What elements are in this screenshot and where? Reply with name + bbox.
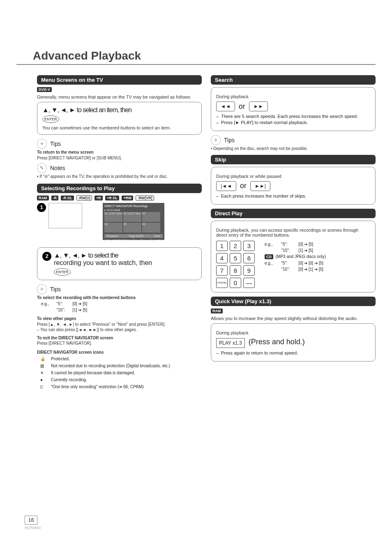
tag: +RW [122,196,133,200]
step2-box: 2 ▲, ▼, ◄, ► to select the recording you… [37,247,202,280]
tips-exit-b: Press [DIRECT NAVIGATOR]. [37,341,202,346]
direct-header: Direct Play [211,209,376,218]
tips-pages-b1: Press [▲, ▼, ◄, ►] to select "Previous" … [37,322,202,327]
rec-cell: 02 12/27 Mon [123,212,141,222]
key-5[interactable]: 5 [230,253,241,263]
key-7[interactable]: 7 [216,265,228,276]
tag: RAM [37,196,49,200]
disc-tags: RAM -R -R DL -RW(V) +R +R DL +RW -RW(VR) [37,195,202,200]
arrow-icons: ▲, ▼, ◄, ► to select an item, then [42,106,131,114]
navigator-screen: DIRECT NAVIGATOR Recordings ▸ DVD-RAM 01… [103,203,164,240]
tag: -R [51,196,59,200]
notes-icon: ✎ [37,163,47,173]
key-3[interactable]: 3 [243,241,255,251]
search-line2: Press [► PLAY] to restart normal playbac… [216,120,370,125]
tag: -RW(VR) [136,196,154,200]
skip-during: During playback or while paused [216,174,370,179]
icons-header: DIRECT NAVIGATOR screen icons [37,350,202,355]
norec-icon: ▨ [38,363,48,369]
search-during: During playback [216,94,370,99]
step1-box: ▲, ▼, ◄, ► to select an item, then ENTER… [37,102,202,135]
key-blank: — [243,278,255,288]
page-number: 16 [25,516,37,525]
direct-intro: During playback, you can access specific… [216,228,370,237]
tips-label: Tips [50,140,61,147]
ram-chip: RAM [211,309,223,313]
tips-icon: ✧ [211,135,221,145]
notes-label: Notes [50,165,65,171]
icons-table: 🔒Protected. ▨Not recorded due to recordi… [37,355,173,391]
step2-l1: ▲, ▼, ◄, ► to select the [54,252,118,259]
step1-sub: You can sometimes use the numbered butto… [42,125,196,130]
tag: -R DL [61,196,74,200]
skip-line1: Each press increases the number of skips… [216,193,370,198]
onetime-icon: ⍌ [38,384,48,390]
key-4[interactable]: 4 [216,253,228,263]
rec-cell: 06 [142,223,160,233]
damaged-icon: ✕ [38,370,48,376]
skip-back-icon[interactable]: |◄◄ [216,181,236,191]
page-code: RQT8850 [25,526,41,530]
lock-icon: 🔒 [38,356,48,362]
rec-cell: 04 [104,223,122,233]
or-label: or [240,182,247,190]
enter-icon: ENTER [54,268,71,276]
play-x13-button[interactable]: PLAY x1.3 [216,338,245,348]
search-box: During playback ◄◄ or ►► There are 5 sea… [211,87,376,131]
menu-intro: Generally, menu screens that appear on t… [37,94,202,99]
step-2-badge: 2 [42,252,51,261]
title-rule [16,64,376,65]
tips-pages-h: To view other pages [37,316,202,322]
qv-press-hold: (Press and hold.) [249,338,305,346]
eg-table: e.g.,"5":[0] ➔ [5] "15":[1] ➔ [5] [37,300,91,313]
or-label: or [239,102,245,111]
skip-fwd-icon[interactable]: ►►| [250,181,270,191]
cd-chip: CD [265,254,273,259]
selecting-header: Selecting Recordings to Play [37,184,202,193]
tips-numbered-h: To select the recording with the numbere… [37,295,202,301]
right-column: Search During playback ◄◄ or ►► There ar… [211,75,376,391]
tips-exit-h: To exit the DIRECT NAVIGATOR screen [37,335,202,341]
qv-line1: Press again to return to normal speed. [216,350,370,355]
rec-cell: 01 11/27 Mon [104,212,122,222]
quickview-header: Quick View (Play x1.3) [211,297,376,306]
dvdv-chip: DVD-V [37,87,52,92]
tag: -RW(V) [76,196,92,200]
tips-icon: ✧ [37,139,47,149]
keypad: 1 2 3 4 5 6 7 8 9 CANCEL 0 — [216,241,255,288]
key-6[interactable]: 6 [243,253,255,263]
step-1-badge: 1 [37,203,46,212]
menu-screens-header: Menu Screens on the TV [37,75,202,85]
note-prohibited: • If "⊘" appears on the TV, the operatio… [37,174,202,180]
recording-icon: ● [38,377,48,383]
search-header: Search [211,75,376,85]
key-9[interactable]: 9 [243,265,255,276]
tag: +R [95,196,103,200]
step2-l2: recording you want to watch, then [54,259,152,267]
qv-intro: Allows you to increase the play speed sl… [211,316,376,321]
key-0[interactable]: 0 [230,278,241,288]
page-title: Advanced Playback [33,49,376,62]
direct-box: During playback, you can access specific… [211,221,376,292]
rec-cell: 03 [142,212,160,222]
key-8[interactable]: 8 [230,265,241,276]
tips-return-h: To return to the menu screen [37,150,202,155]
key-2[interactable]: 2 [230,241,241,251]
left-column: Menu Screens on the TV DVD-V Generally, … [37,75,202,391]
tag: +R DL [105,196,119,200]
skip-box: During playback or while paused |◄◄ or ►… [211,167,376,205]
forward-icon[interactable]: ►► [249,101,268,111]
rewind-icon[interactable]: ◄◄ [216,101,235,111]
rec-cell: 05 [123,223,141,233]
tips-return-b: Press [DIRECT NAVIGATOR] or [SUB MENU]. [37,155,202,161]
search-line1: There are 5 search speeds. Each press in… [216,114,370,119]
tips-label: Tips [224,137,235,143]
qv-box: During playback PLAY x1.3 (Press and hol… [211,323,376,362]
remote-thumb [48,203,82,228]
direct-eg-table: e.g.,"5":[0] ➔ [5] "15":[1] ➔ [5] CD (MP… [261,241,330,273]
search-tip: • Depending on the disc, search may not … [211,146,376,152]
key-cancel[interactable]: CANCEL [216,278,228,288]
skip-header: Skip [211,155,376,164]
page-footer: 16 RQT8850 [25,516,41,530]
key-1[interactable]: 1 [216,241,228,251]
